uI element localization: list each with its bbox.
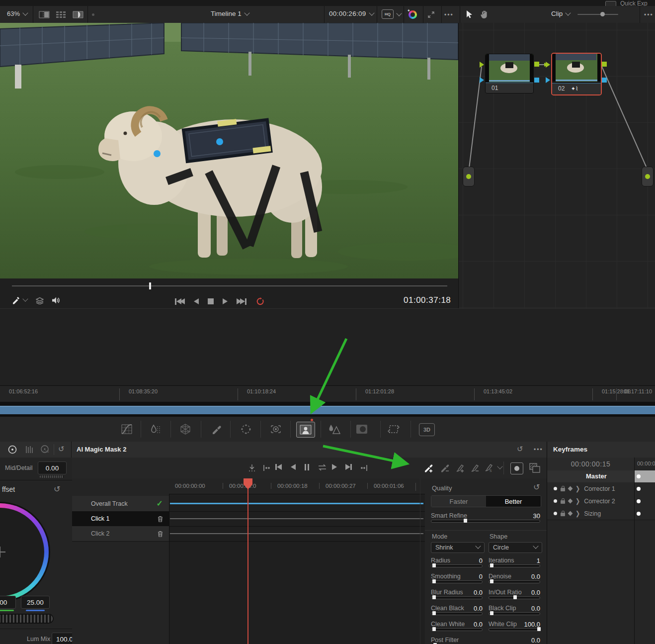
clean-white-slider[interactable]: Clean White0.0 <box>431 621 483 631</box>
viewer-playhead[interactable] <box>149 282 151 289</box>
wipe-layers-icon[interactable] <box>35 296 45 305</box>
inout-ratio-slider[interactable]: In/Out Ratio0.0 <box>489 589 540 599</box>
enable-dot-icon[interactable] <box>554 499 557 503</box>
keyframe-diamond-icon[interactable] <box>568 499 573 504</box>
skip-end-button[interactable] <box>237 298 246 305</box>
mid-detail-value[interactable]: 0.00 <box>38 461 67 474</box>
node-01[interactable]: 01 <box>485 54 534 93</box>
expand-chevron-icon[interactable]: ❯ <box>575 485 580 493</box>
node-02[interactable]: 02 ✦︎⌇ <box>551 53 602 95</box>
expand-chevron-icon[interactable]: ❯ <box>575 510 580 518</box>
keyframe-dot[interactable] <box>637 512 641 516</box>
shape-dropdown[interactable]: Circle <box>489 542 542 553</box>
primary-bars-icon[interactable] <box>24 445 35 455</box>
node-zoom-slider[interactable] <box>577 14 618 15</box>
clean-black-slider[interactable]: Clean Black0.0 <box>431 605 483 615</box>
sizing-palette-icon[interactable] <box>387 423 402 435</box>
panel-reset-icon[interactable]: ↺ <box>517 445 523 454</box>
black-clip-slider[interactable]: Black Clip0.0 <box>489 605 540 615</box>
hue-warper-icon[interactable] <box>178 423 192 435</box>
iterations-slider[interactable]: Iterations1 <box>489 557 540 567</box>
timeline-select[interactable]: Timeline 1 <box>211 10 249 17</box>
enhanced-viewer-icon[interactable] <box>38 10 51 19</box>
keyframe-row-sizing[interactable]: ❯ Sizing <box>547 507 655 520</box>
enable-dot-icon[interactable] <box>554 512 557 515</box>
keyframe-row-corrector1[interactable]: ❯ Corrector 1 <box>547 482 655 495</box>
log-wheels-icon[interactable]: LOG <box>39 445 52 455</box>
keyframe-diamond-icon[interactable] <box>568 486 573 491</box>
node-02-rgb-input[interactable] <box>546 62 550 68</box>
click2-track-bar[interactable] <box>170 533 423 534</box>
denoise-slider[interactable]: Denoise0.0 <box>489 573 540 583</box>
step-back-button[interactable] <box>194 298 199 304</box>
play-button[interactable] <box>223 298 228 304</box>
viewer-zoom-select[interactable]: 63% <box>7 10 27 17</box>
mask-ruler[interactable]: 00:00:00:00 00:00:00:0 00:00:00:18 00:00… <box>169 478 425 494</box>
track-one-forward-icon[interactable] <box>359 463 369 473</box>
mm-pause-button[interactable] <box>305 464 309 470</box>
expand-viewer-icon[interactable] <box>426 10 435 19</box>
stroke-remove-tool[interactable] <box>469 462 482 474</box>
expand-chevron-icon[interactable]: ❯ <box>575 497 580 505</box>
custom-curves-icon[interactable] <box>120 423 133 435</box>
split-screen-icon[interactable] <box>72 10 84 19</box>
mm-play-button[interactable] <box>332 464 337 470</box>
enable-dot-icon[interactable] <box>554 487 557 490</box>
matte-finesse-toggle[interactable] <box>528 462 541 473</box>
viewer-video[interactable] <box>0 23 458 278</box>
overall-track-bar[interactable] <box>170 503 423 504</box>
stroke-add-tool[interactable] <box>454 462 467 474</box>
timeline-ruler[interactable]: 01:06:52:16 01:08:35:20 01:10:18:24 01:1… <box>0 385 655 402</box>
quality-better-button[interactable]: Better <box>486 496 541 507</box>
node-01-key-output[interactable] <box>534 78 539 83</box>
post-filter-slider[interactable]: Post Filter0.0 <box>431 637 540 644</box>
track-to-end-icon[interactable] <box>247 463 257 473</box>
grab-still-tool[interactable] <box>12 295 27 304</box>
blur-radius-slider[interactable]: Blur Radius0.0 <box>431 589 483 599</box>
white-clip-slider[interactable]: White Clip100.0 <box>489 621 540 631</box>
color-warper-icon[interactable] <box>149 423 162 435</box>
mask-overlay-toggle[interactable] <box>510 462 523 474</box>
keyframe-diamond-icon[interactable] <box>568 511 573 516</box>
offset-master-dial[interactable] <box>0 615 53 623</box>
pointer-tool-icon[interactable] <box>464 9 474 19</box>
gallery-grid-icon[interactable] <box>55 10 68 19</box>
radius-slider[interactable]: Radius0 <box>431 557 483 567</box>
node-01-rgb-output[interactable] <box>534 62 539 67</box>
node-graph[interactable]: 01 02 ✦︎⌇ <box>458 23 655 308</box>
offset-value-blue-box[interactable]: 25.00 <box>21 596 50 609</box>
keyframe-dot[interactable] <box>637 499 641 503</box>
node-01-rgb-input[interactable] <box>480 62 484 68</box>
mm-step-back-button[interactable] <box>291 464 296 470</box>
proxy-quality-select[interactable]: HQ <box>382 9 401 19</box>
viewer-scrubber[interactable] <box>0 278 458 293</box>
node-zoom-slider-thumb[interactable] <box>600 12 605 16</box>
output-node[interactable] <box>642 167 654 186</box>
tracker-icon[interactable] <box>269 423 283 435</box>
key-palette-icon[interactable] <box>355 423 369 435</box>
timeline-clip-bar[interactable] <box>0 406 655 414</box>
panel-history-icon[interactable]: ↺ <box>58 445 65 454</box>
keyframe-row-corrector2[interactable]: ❯ Corrector 2 <box>547 495 655 508</box>
track-row-overall[interactable]: Overall Track ✓ <box>72 496 169 512</box>
smart-refine-slider[interactable]: Smart Refine30 <box>431 512 540 523</box>
track-row-click2[interactable]: Click 2 <box>72 526 169 542</box>
keyframe-row-master[interactable]: Master <box>547 470 655 483</box>
quality-faster-button[interactable]: Faster <box>431 496 486 507</box>
lock-icon[interactable] <box>561 488 565 491</box>
stop-button[interactable] <box>208 298 214 304</box>
keyframe-dot[interactable] <box>637 474 641 478</box>
node-02-rgb-output[interactable] <box>602 62 607 67</box>
mm-skip-start-button[interactable] <box>275 464 282 470</box>
picker-remove-tool[interactable] <box>439 462 452 474</box>
offset-color-wheel[interactable] <box>0 503 49 601</box>
smart-stroke-tool[interactable]: s <box>484 462 502 473</box>
magic-mask-tab[interactable] <box>296 422 315 438</box>
quality-reset-icon[interactable]: ↺ <box>533 482 540 492</box>
node-01-key-input[interactable] <box>480 77 484 83</box>
delete-track-icon[interactable] <box>158 531 163 537</box>
skip-start-button[interactable] <box>175 298 185 305</box>
delete-track-icon[interactable] <box>158 516 163 522</box>
offset-reset-icon[interactable]: ↺ <box>54 484 60 494</box>
mode-dropdown[interactable]: Shrink <box>431 542 485 553</box>
